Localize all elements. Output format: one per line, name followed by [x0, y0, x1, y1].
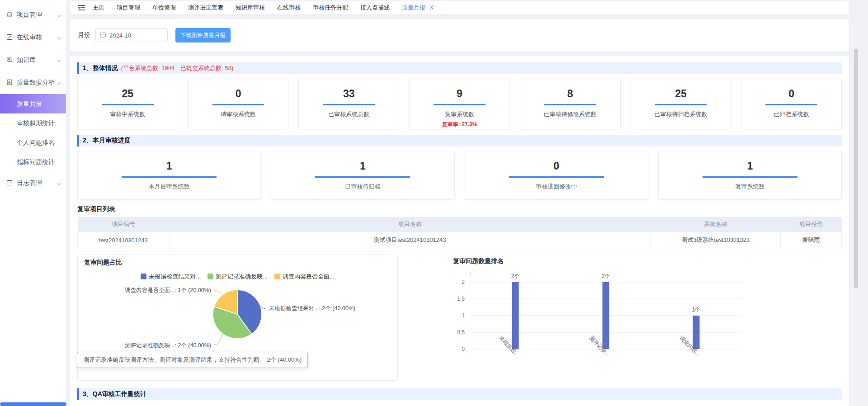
legend-item[interactable]: 调查内容是否全面...: [274, 273, 335, 281]
pie-chart-title: 复审问题占比: [84, 259, 391, 267]
legend-label: 调查内容是否全面...: [283, 273, 335, 281]
download-report-button[interactable]: 下载测评质量月报: [175, 28, 231, 42]
close-tab-icon[interactable]: X: [430, 5, 434, 11]
data-analysis-icon: [6, 79, 13, 87]
y-axis-tick-label: 2: [462, 279, 465, 285]
table-cell: 测试3级系统test10301323: [651, 231, 780, 249]
sidebar-subitem-quality-monthly-report[interactable]: 质量月报: [0, 94, 66, 113]
sidebar-horizontal-scrollbar[interactable]: [0, 402, 66, 406]
bar[interactable]: [693, 316, 700, 349]
legend-swatch: [208, 274, 213, 279]
table-header-cell: 项目编号: [78, 217, 170, 231]
stat-label: 本月提审系统数: [78, 183, 260, 191]
sidebar-item-quality-data-analysis[interactable]: 质量数据分析: [0, 71, 66, 94]
sidebar-subitem-indicator-issue-stats[interactable]: 指标问题统计: [0, 152, 66, 172]
y-axis-tick-label: 0.5: [457, 329, 465, 335]
app-window: { "sidebar": { "menu": [ { "label": "项目管…: [0, 0, 868, 406]
tab-online-review[interactable]: 在线审核: [277, 4, 301, 12]
month-stat-cards: 1本月提审系统数1已审核待归档0审核退回修改中1复审系统数: [77, 151, 842, 200]
sidebar-item-project-management[interactable]: 项目管理: [0, 4, 66, 26]
section-header-month-progress: 2、本月审核进度: [77, 135, 842, 146]
stat-card: 8已审核待修改系统数: [520, 79, 621, 129]
stat-label: 已审核待归档系统数: [631, 110, 731, 118]
section-header-overall: 1、整体情况 (平台系统总数: 1944 已提交系统总数: 58): [77, 62, 842, 74]
stat-underline: [655, 104, 707, 105]
tab-bar: 主页 项目管理 单位管理 测评进度查看 知识库审核 在线审核 审核任务分配 接入…: [70, 1, 849, 14]
stat-sub-rate: 复审率: 27.3%: [410, 121, 509, 128]
chevron-down-icon: [57, 57, 61, 64]
filter-bar: 月份 2024-10 下载测评质量月报: [70, 19, 849, 52]
tab-progress-view[interactable]: 测评进度查看: [188, 4, 223, 12]
pie-chart-panel: 复审问题占比 未根据检查结果对...测评记录准确反映...调查内容是否全面...…: [77, 255, 398, 381]
pie-label-line: [213, 334, 223, 345]
table-body: test202410301243测试项目test202410301243测试3级…: [78, 231, 842, 249]
table-cell: test202410301243: [78, 231, 170, 249]
bar-chart-title: 复审问题数量排名: [453, 257, 842, 265]
tab-home[interactable]: 主页: [93, 4, 104, 12]
legend-swatch: [141, 274, 146, 279]
legend-item[interactable]: 未根据检查结果对...: [141, 273, 201, 281]
stat-card: 1复审系统数: [658, 151, 842, 200]
stat-value: 1: [659, 160, 841, 172]
table-header-cell: 系统名称: [651, 217, 780, 231]
section-title: 2、本月审核进度: [83, 137, 131, 145]
collapse-sidebar-icon[interactable]: [77, 5, 85, 11]
stat-label: 已归档系统数: [741, 110, 841, 118]
table-header-cell: 项目经理: [780, 217, 841, 231]
sidebar-subitem-review-overdue-stats[interactable]: 审核超期统计: [0, 113, 66, 133]
stat-underline: [122, 176, 217, 178]
stat-label: 已审核待归档: [271, 183, 454, 191]
legend-swatch: [274, 274, 280, 279]
table-cell: 董晓雨: [780, 231, 841, 249]
pie-chart: 未根据检查结果对...: 2个 (40.00%)测评记录准确反映...: 2个 …: [84, 281, 391, 358]
stat-underline: [509, 176, 604, 178]
tab-task-assignment[interactable]: 审核任务分配: [313, 4, 348, 12]
stat-card: 33已审核系统总数: [298, 79, 399, 129]
stat-card: 9复审系统数复审率: 27.3%: [409, 79, 510, 129]
pie-legend: 未根据检查结果对...测评记录准确反映...调查内容是否全面...: [84, 273, 391, 281]
tab-access-point[interactable]: 接入点描述: [360, 4, 390, 12]
review-project-table: 项目编号项目名称系统名称项目经理 test202410301243测试项目tes…: [77, 217, 842, 249]
pie-slice-label: 测评记录准确反映...: 2个 (40.00%): [125, 342, 211, 349]
tab-project-management[interactable]: 项目管理: [117, 4, 140, 12]
sidebar-item-label: 项目管理: [17, 11, 57, 19]
edit-icon: [6, 33, 13, 42]
bar[interactable]: [603, 282, 609, 349]
legend-item[interactable]: 测评记录准确反映...: [208, 273, 268, 281]
sidebar-item-log-management[interactable]: 日志管理: [0, 172, 66, 194]
tab-knowledge-review[interactable]: 知识库审核: [236, 4, 265, 12]
stat-label: 复审系统数: [410, 110, 509, 118]
sidebar-item-label: 日志管理: [17, 179, 57, 187]
section-header-qa-workload: 3、QA审核工作量统计: [77, 388, 842, 400]
sidebar-item-online-review[interactable]: 在线审核: [0, 26, 66, 49]
month-label: 月份: [78, 31, 90, 39]
stat-underline: [102, 104, 154, 105]
stat-card: 25审核中系统数: [77, 79, 178, 129]
charts-row: 复审问题占比 未根据检查结果对...测评记录准确反映...调查内容是否全面...…: [77, 255, 842, 383]
chevron-down-icon: [57, 11, 61, 19]
bar-chart-panel: 复审问题数量排名 00.511.52↑2个未根据检...2个测评记录...1个调…: [420, 255, 842, 383]
sidebar-subitem-personal-issue-ranking[interactable]: 个人问题排名: [0, 133, 66, 152]
tab-unit-management[interactable]: 单位管理: [152, 4, 176, 12]
stat-label: 复审系统数: [659, 183, 841, 191]
sidebar-item-label: 在线审核: [17, 33, 57, 42]
tab-quality-monthly-report-active[interactable]: 质量月报 X: [402, 4, 434, 12]
tab-label: 质量月报: [402, 4, 425, 11]
stat-underline: [544, 104, 596, 105]
log-icon: [6, 179, 13, 188]
pie-tooltip: 测评记录准确反映测评方法、测评对象及测评结果，支持符合性判断。 2个 (40.0…: [77, 352, 308, 368]
y-axis-tick-label: 1.5: [457, 296, 465, 302]
pie-slice-label: 未根据检查结果对...: 2个 (40.00%): [269, 305, 355, 312]
stat-value: 25: [631, 88, 731, 100]
y-axis-tick-label: 0: [462, 346, 465, 352]
month-picker-input[interactable]: 2024-10: [95, 28, 168, 42]
stat-underline: [212, 104, 264, 105]
sidebar-item-knowledge-base[interactable]: 知识库: [0, 49, 66, 71]
stat-label: 审核中系统数: [78, 110, 178, 118]
section-annotation: (平台系统总数: 1944 已提交系统总数: 58): [121, 64, 234, 72]
vertical-scrollbar[interactable]: [854, 49, 858, 288]
main-area: 主页 项目管理 单位管理 测评进度查看 知识库审核 在线审核 审核任务分配 接入…: [70, 0, 849, 406]
bar-chart: 00.511.52↑2个未根据检...2个测评记录...1个调查内容...: [420, 268, 841, 381]
bar[interactable]: [512, 282, 519, 349]
table-header-row: 项目编号项目名称系统名称项目经理: [78, 217, 842, 231]
